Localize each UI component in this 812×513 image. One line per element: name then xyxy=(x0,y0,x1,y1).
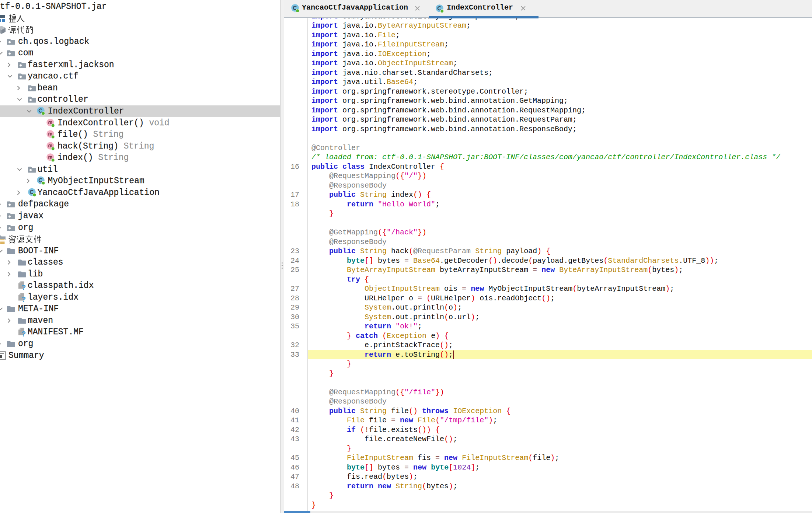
svg-text:?: ? xyxy=(21,295,26,303)
svg-text:?: ? xyxy=(21,283,26,291)
svg-text:?: ? xyxy=(21,330,26,337)
